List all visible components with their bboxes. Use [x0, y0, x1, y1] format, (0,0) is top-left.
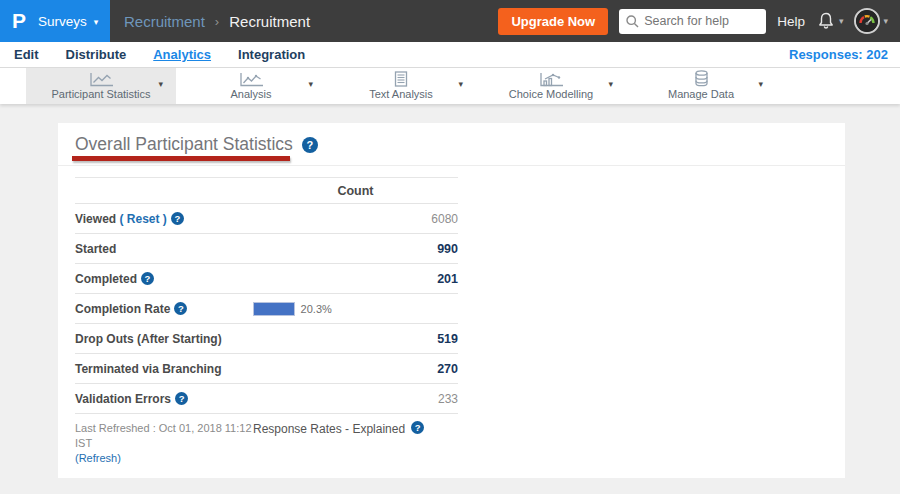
page-title-text: Overall Participant Statistics: [75, 134, 293, 155]
row-value: 270: [253, 362, 458, 376]
nav-item-edit[interactable]: Edit: [14, 47, 39, 62]
help-icon[interactable]: ?: [171, 212, 184, 225]
toolbar-item-manage-data[interactable]: Manage Data▾: [626, 68, 776, 104]
breadcrumb-current: Recruitment: [229, 13, 310, 30]
table-row: Validation Errors?233: [75, 384, 458, 414]
chevron-down-icon: ▾: [883, 16, 888, 26]
line-chart-icon: [89, 72, 114, 87]
table-row: Drop Outs (After Starting)519: [75, 324, 458, 354]
row-label: Terminated via Branching: [75, 362, 221, 376]
breadcrumb: Recruitment › Recruitment: [124, 13, 310, 30]
surveys-menu[interactable]: P Surveys ▾: [0, 0, 110, 42]
completion-rate-bar: 20.3%: [253, 302, 458, 316]
document-icon: [393, 72, 409, 87]
help-icon[interactable]: ?: [175, 392, 188, 405]
red-underline-annotation: [72, 156, 290, 161]
help-icon[interactable]: ?: [411, 421, 424, 434]
table-header-row: Count: [75, 178, 458, 204]
table-footer: Last Refreshed : Oct 01, 2018 11:12 IST …: [75, 421, 495, 466]
bell-icon: [816, 11, 836, 31]
content-card: Overall Participant Statistics ? Count V…: [58, 123, 845, 478]
last-refreshed-text: Last Refreshed : Oct 01, 2018 11:12 IST: [75, 421, 253, 451]
nav-items: EditDistributeAnalyticsIntegration: [14, 47, 305, 62]
toolbar-item-label: Choice Modelling: [509, 88, 593, 100]
reset-link[interactable]: ( Reset ): [119, 212, 166, 226]
upgrade-now-button[interactable]: Upgrade Now: [498, 8, 608, 35]
notifications-button[interactable]: ▾: [816, 11, 844, 31]
database-icon: [693, 72, 710, 87]
chevron-down-icon: ▾: [839, 16, 844, 26]
search-input[interactable]: [619, 9, 766, 34]
gauge-avatar-icon: [856, 10, 878, 32]
help-icon[interactable]: ?: [174, 302, 187, 315]
toolbar-item-label: Participant Statistics: [51, 88, 150, 100]
table-row: Started990: [75, 234, 458, 264]
toolbar-item-analysis[interactable]: Analysis▾: [176, 68, 326, 104]
nav-item-analytics[interactable]: Analytics: [153, 47, 211, 62]
surveys-menu-label: Surveys: [38, 14, 87, 29]
row-label: Completion Rate: [75, 302, 170, 316]
avatar: [854, 8, 880, 34]
bar-label: 20.3%: [301, 303, 332, 315]
toolbar-item-label: Manage Data: [668, 88, 734, 100]
refresh-link[interactable]: (Refresh): [75, 452, 121, 464]
response-rates-explained-label: Response Rates - Explained: [253, 422, 405, 436]
model-chart-icon: [539, 72, 564, 87]
toolbar-item-label: Analysis: [231, 88, 272, 100]
toolbar-item-text-analysis[interactable]: Text Analysis▾: [326, 68, 476, 104]
help-icon[interactable]: ?: [302, 137, 318, 153]
row-value: 6080: [253, 212, 458, 226]
table-row: Viewed ( Reset )?6080: [75, 204, 458, 234]
count-column-header: Count: [253, 184, 458, 198]
chevron-down-icon: ▾: [608, 79, 613, 89]
account-menu[interactable]: ▾: [854, 8, 888, 34]
row-value: 519: [253, 332, 458, 346]
row-label: Validation Errors: [75, 392, 171, 406]
search-icon: [625, 14, 640, 29]
help-link[interactable]: Help: [777, 14, 805, 29]
table-row: Completed?201: [75, 264, 458, 294]
breadcrumb-parent[interactable]: Recruitment: [124, 13, 205, 30]
questionpro-logo: P: [12, 9, 26, 33]
toolbar-item-label: Text Analysis: [369, 88, 433, 100]
chevron-down-icon: ▾: [94, 15, 99, 27]
page-title: Overall Participant Statistics ?: [75, 134, 318, 155]
top-header: P Surveys ▾ Recruitment › Recruitment Up…: [0, 0, 900, 42]
responses-count[interactable]: Responses: 202: [789, 47, 900, 62]
breadcrumb-separator-icon: ›: [215, 14, 219, 29]
table-row: Completion Rate?20.3%: [75, 294, 458, 324]
survey-nav: EditDistributeAnalyticsIntegration Respo…: [0, 42, 900, 68]
help-search: [619, 9, 766, 34]
analytics-toolbar: Participant Statistics▾Analysis▾Text Ana…: [0, 68, 900, 104]
chevron-down-icon: ▾: [758, 79, 763, 89]
participant-stats-table: Count Viewed ( Reset )?6080Started990Com…: [75, 177, 458, 414]
toolbar-item-choice-modelling[interactable]: Choice Modelling▾: [476, 68, 626, 104]
nav-item-integration[interactable]: Integration: [238, 47, 305, 62]
chevron-down-icon: ▾: [308, 79, 313, 89]
row-label: Viewed: [75, 212, 116, 226]
row-value: 233: [253, 392, 458, 406]
nav-item-distribute[interactable]: Distribute: [66, 47, 127, 62]
table-body: Viewed ( Reset )?6080Started990Completed…: [75, 204, 458, 414]
chevron-down-icon: ▾: [458, 79, 463, 89]
help-icon[interactable]: ?: [141, 272, 154, 285]
trend-chart-icon: [239, 72, 264, 87]
table-row: Terminated via Branching270: [75, 354, 458, 384]
divider: [58, 165, 845, 166]
row-label: Completed: [75, 272, 137, 286]
toolbar-item-participant-statistics[interactable]: Participant Statistics▾: [26, 68, 176, 104]
row-label: Drop Outs (After Starting): [75, 332, 222, 346]
chevron-down-icon: ▾: [158, 79, 163, 89]
bar-fill: [253, 302, 295, 316]
row-value: 201: [253, 272, 458, 286]
row-value: 990: [253, 242, 458, 256]
row-label: Started: [75, 242, 116, 256]
